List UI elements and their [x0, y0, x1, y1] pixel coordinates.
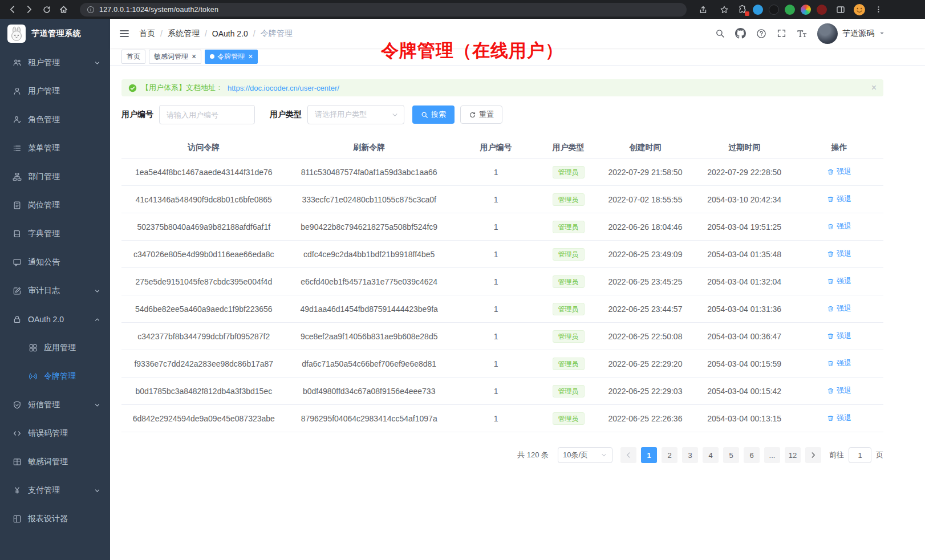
- tab-close-icon[interactable]: ×: [192, 52, 196, 60]
- extension-icon-paw[interactable]: [817, 5, 827, 15]
- breadcrumb-item[interactable]: 系统管理: [168, 29, 200, 39]
- force-logout-button[interactable]: 强退: [827, 249, 851, 259]
- pagination-prev-button[interactable]: [620, 447, 636, 463]
- app-logo[interactable]: 芋道管理系统: [0, 19, 110, 48]
- sidebar-item-sms[interactable]: 短信管理: [0, 391, 110, 419]
- user-name: 芋道源码: [842, 29, 874, 39]
- sidebar-item-sensitive-word[interactable]: 敏感词管理: [0, 448, 110, 476]
- action-cell: 强退: [795, 303, 883, 314]
- browser-reload-icon[interactable]: [39, 2, 54, 17]
- page-size-select[interactable]: 10条/页: [558, 447, 612, 463]
- sidebar-item-post[interactable]: 岗位管理: [0, 191, 110, 220]
- sidebar-item-error-code[interactable]: 错误码管理: [0, 419, 110, 448]
- site-info-icon[interactable]: [87, 6, 95, 14]
- user-type-cell: 管理员: [539, 358, 597, 370]
- user-type-badge: 管理员: [553, 385, 585, 397]
- force-logout-button[interactable]: 强退: [827, 194, 851, 204]
- sidebar-item-audit-log[interactable]: 审计日志: [0, 277, 110, 305]
- force-logout-label: 强退: [837, 358, 851, 368]
- sidebar-item-oauth2[interactable]: OAuth 2.0: [0, 305, 110, 334]
- sidebar-item-tenant[interactable]: 租户管理: [0, 48, 110, 77]
- reset-button[interactable]: 重置: [460, 105, 502, 124]
- pagination-page-6[interactable]: 6: [744, 447, 760, 463]
- action-cell: 强退: [795, 221, 883, 232]
- users-icon: [12, 58, 22, 67]
- extension-icon-dark[interactable]: [769, 5, 779, 15]
- user-id-cell: 1: [452, 250, 540, 259]
- extension-icon-blue[interactable]: [753, 5, 763, 15]
- browser-home-icon[interactable]: [56, 2, 71, 17]
- pagination-more[interactable]: ...: [764, 447, 780, 463]
- force-logout-button[interactable]: 强退: [827, 358, 851, 368]
- browser-menu-icon[interactable]: [871, 2, 886, 17]
- pagination-page-4[interactable]: 4: [703, 447, 719, 463]
- user-type-badge: 管理员: [553, 358, 585, 370]
- sidebar-item-oauth2-token[interactable]: 令牌管理: [0, 362, 110, 391]
- force-logout-button[interactable]: 强退: [827, 413, 851, 423]
- github-icon[interactable]: [735, 28, 746, 39]
- sidebar-item-user[interactable]: 用户管理: [0, 77, 110, 105]
- action-cell: 强退: [795, 276, 883, 287]
- pagination-next-button[interactable]: [805, 447, 821, 463]
- user-id-input[interactable]: [159, 105, 255, 124]
- breadcrumb-item[interactable]: OAuth 2.0: [212, 29, 248, 38]
- force-logout-button[interactable]: 强退: [827, 221, 851, 232]
- app: 芋道管理系统 租户管理用户管理角色管理菜单管理部门管理岗位管理字典管理通知公告审…: [0, 19, 925, 560]
- sidebar-item-oauth2-app[interactable]: 应用管理: [0, 334, 110, 362]
- sidebar-item-notice[interactable]: 通知公告: [0, 248, 110, 277]
- force-logout-button[interactable]: 强退: [827, 385, 851, 396]
- sidebar-item-dict[interactable]: 字典管理: [0, 220, 110, 248]
- user-type-select[interactable]: 请选择用户类型: [307, 105, 404, 124]
- extension-icon-rainbow[interactable]: [801, 5, 811, 15]
- search-icon[interactable]: [715, 29, 725, 38]
- goto-page-input[interactable]: [849, 447, 871, 463]
- shield-icon: [12, 400, 22, 409]
- user-menu[interactable]: 芋道源码: [817, 23, 885, 44]
- browser-profile-avatar[interactable]: [854, 4, 865, 15]
- force-logout-button[interactable]: 强退: [827, 276, 851, 286]
- force-logout-button[interactable]: 强退: [827, 331, 851, 341]
- doc-alert: 【用户体系】文档地址： https://doc.iocoder.cn/user-…: [121, 79, 883, 96]
- search-button[interactable]: 搜索: [412, 105, 455, 124]
- tree-icon: [12, 172, 22, 181]
- pagination-page-3[interactable]: 3: [682, 447, 698, 463]
- force-logout-button[interactable]: 强退: [827, 167, 851, 177]
- sidebar-item-label: 令牌管理: [44, 371, 104, 382]
- pagination-page-1[interactable]: 1: [641, 447, 657, 463]
- browser-back-icon[interactable]: [5, 2, 20, 17]
- tab-token[interactable]: 令牌管理×: [205, 50, 258, 64]
- sidebar-item-dept[interactable]: 部门管理: [0, 163, 110, 191]
- pagination-page-2[interactable]: 2: [662, 447, 677, 463]
- user-type-badge: 管理员: [553, 303, 585, 315]
- extension-icon-green[interactable]: [785, 5, 795, 15]
- code-icon: [12, 429, 22, 438]
- force-logout-button[interactable]: 强退: [827, 303, 851, 314]
- extension-puzzle-icon[interactable]: [737, 5, 747, 14]
- tab-sensitive-word[interactable]: 敏感词管理×: [149, 50, 201, 64]
- trash-icon: [827, 223, 834, 230]
- doc-link[interactable]: https://doc.iocoder.cn/user-center/: [228, 84, 339, 92]
- font-size-icon[interactable]: [797, 29, 807, 38]
- sidebar-item-role[interactable]: 角色管理: [0, 105, 110, 134]
- browser-address-bar[interactable]: 127.0.0.1:1024/system/oauth2/token: [80, 3, 687, 17]
- tab-close-icon[interactable]: ×: [248, 52, 253, 60]
- share-icon[interactable]: [695, 2, 711, 17]
- action-cell: 强退: [795, 331, 883, 342]
- alert-close-icon[interactable]: ×: [871, 83, 877, 93]
- help-icon[interactable]: [756, 29, 766, 39]
- sidebar-item-pay[interactable]: 支付管理: [0, 476, 110, 505]
- trash-icon: [827, 196, 834, 203]
- sidebar-toggle-icon[interactable]: [119, 28, 130, 39]
- browser-forward-icon[interactable]: [22, 2, 37, 17]
- expire-time-cell: 2054-03-10 20:42:34: [693, 195, 795, 204]
- breadcrumb-item[interactable]: 首页: [139, 29, 155, 39]
- sidebar-item-menu[interactable]: 菜单管理: [0, 134, 110, 163]
- pagination-page-12[interactable]: 12: [785, 447, 801, 463]
- sidebar-item-report-designer[interactable]: 报表设计器: [0, 505, 110, 533]
- tab-home[interactable]: 首页: [121, 50, 145, 64]
- bookmark-star-icon[interactable]: [716, 2, 732, 17]
- user-id-cell: 1: [452, 414, 540, 423]
- split-view-icon[interactable]: [833, 2, 848, 17]
- pagination-page-5[interactable]: 5: [723, 447, 739, 463]
- fullscreen-icon[interactable]: [777, 29, 786, 38]
